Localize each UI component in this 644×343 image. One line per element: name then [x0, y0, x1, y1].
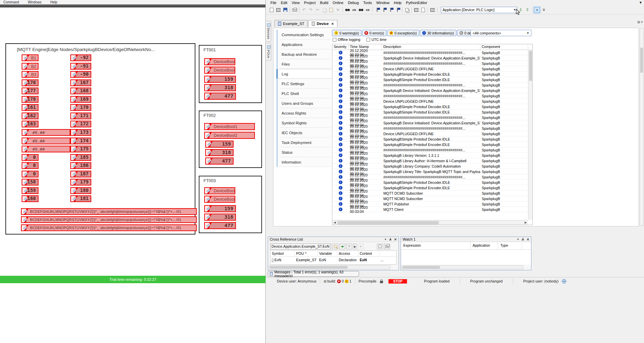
- open-file-icon[interactable]: [275, 7, 282, 13]
- scroll-left-icon[interactable]: ◀: [332, 221, 337, 224]
- redo-icon[interactable]: ↷: [308, 7, 314, 13]
- watch-column-expression[interactable]: Expression: [401, 242, 471, 249]
- menu-item-help[interactable]: Help: [394, 1, 402, 5]
- active-application-select[interactable]: Application [Device: PLC Logic]▼: [441, 7, 517, 13]
- menu-item-window[interactable]: Window: [376, 1, 389, 5]
- pin-icon[interactable]: [521, 238, 524, 241]
- new-file-icon[interactable]: [268, 7, 275, 13]
- logout-icon[interactable]: ⇧: [524, 7, 531, 13]
- component-filter-select[interactable]: <All components>▼: [471, 30, 531, 36]
- sidebar-item-applications[interactable]: Applications: [277, 40, 331, 49]
- menu-item-debug[interactable]: Debug: [348, 1, 359, 5]
- menu-item-file[interactable]: File: [270, 1, 277, 5]
- sidebar-item-files[interactable]: Files: [277, 59, 331, 69]
- menu-item-edit[interactable]: Edit: [281, 1, 287, 5]
- log-vertical-scrollbar[interactable]: [528, 50, 532, 220]
- crl-column-access[interactable]: Access: [337, 251, 358, 256]
- scroll-right-icon[interactable]: ▶: [523, 221, 528, 224]
- chevron-down-icon[interactable]: ▾: [517, 238, 519, 241]
- tab-example_st[interactable]: Example_ST: [275, 20, 308, 27]
- cross-reference-search-input[interactable]: Device.Application.Example_ST.EoN: [270, 244, 331, 249]
- cut-icon[interactable]: ✂: [314, 7, 321, 13]
- start-icon[interactable]: ▪: [534, 7, 540, 13]
- sidebar-item-access-rights[interactable]: Access Rights: [277, 108, 331, 118]
- menu-item-tools[interactable]: Tools: [363, 1, 372, 5]
- search-icon[interactable]: [332, 244, 338, 249]
- filter-warning-button[interactable]: !0 warning(s): [332, 30, 361, 36]
- filter-icon[interactable]: Y: [346, 244, 352, 249]
- find-in-files-icon[interactable]: [358, 7, 364, 13]
- editor-vertical-scrollbar[interactable]: [640, 28, 644, 226]
- bookmark-next-icon[interactable]: [387, 7, 394, 13]
- watch-column-type[interactable]: Type: [498, 242, 522, 249]
- close-icon[interactable]: ✕: [527, 238, 529, 241]
- bookmark-clear-icon[interactable]: [394, 7, 401, 13]
- log-column-description[interactable]: Description: [382, 44, 480, 50]
- print-icon[interactable]: [291, 7, 298, 13]
- menu-item-pythoneditor[interactable]: PythonEditor: [406, 1, 427, 5]
- sidebar-item-status[interactable]: Status: [277, 147, 331, 157]
- table-dropdown-icon[interactable]: [413, 7, 420, 13]
- replace-icon[interactable]: AB: [351, 7, 357, 13]
- menu-item-help[interactable]: Help: [50, 0, 57, 4]
- checkbox-utc-time[interactable]: UTC time: [366, 38, 386, 42]
- crl-column-variable[interactable]: Variable: [318, 251, 337, 256]
- bookmark-toggle-icon[interactable]: [374, 7, 380, 13]
- copy-icon[interactable]: [321, 7, 328, 13]
- undo-icon[interactable]: ↶: [301, 7, 307, 13]
- tree-collapse-icon[interactable]: -: [272, 259, 273, 262]
- menu-icon[interactable]: ≡: [541, 7, 547, 13]
- dock-tab-pous[interactable]: POUs: [266, 43, 271, 60]
- log-column-component[interactable]: Component: [480, 44, 528, 50]
- tabbar-scroll-icons[interactable]: ▤▾: [637, 20, 643, 24]
- filter-expand-icon[interactable]: ▸: [353, 244, 357, 249]
- tab-device[interactable]: Device✕: [308, 20, 337, 27]
- sidebar-item-log[interactable]: Log: [277, 69, 333, 79]
- sidebar-item-communication-settings[interactable]: Communication Settings: [277, 30, 331, 40]
- sidebar-item-backup-and-restore[interactable]: Backup and Restore: [277, 49, 331, 59]
- menu-item-windows[interactable]: Windows: [28, 0, 42, 4]
- close-icon[interactable]: ✕: [331, 22, 334, 26]
- paste-icon[interactable]: [328, 7, 334, 13]
- toolbar-overflow-icon[interactable]: ▼: [639, 1, 642, 4]
- save-icon[interactable]: [282, 7, 288, 13]
- checkbox-offline-logging[interactable]: Offline logging: [333, 38, 360, 42]
- cross-reference-row[interactable]: -EoNExample_STEoNDeclarationEoN...: [270, 257, 396, 263]
- sidebar-item-symbol-rights[interactable]: Symbol Rights: [277, 118, 331, 128]
- menu-item-project[interactable]: Project: [304, 1, 315, 5]
- menu-item-build[interactable]: Build: [320, 1, 328, 5]
- close-icon[interactable]: ✕: [394, 238, 397, 241]
- add-icon[interactable]: +: [358, 244, 364, 249]
- chevron-down-icon[interactable]: ▾: [641, 20, 643, 24]
- filter-exception-button[interactable]: E0 exception(s): [387, 30, 419, 36]
- crl-column-symbol[interactable]: Symbol: [270, 251, 295, 256]
- sidebar-item-iec-objects[interactable]: IEC Objects: [277, 128, 331, 138]
- log-row[interactable]: i20.12.2020 00:33:04MQTT ClientSparkplug…: [332, 207, 532, 212]
- find-icon[interactable]: [344, 7, 351, 13]
- send-to-editor-icon[interactable]: [377, 244, 383, 249]
- copy-all-icon[interactable]: [404, 7, 410, 13]
- messages-bar[interactable]: Messages - Total 1 error(s), 1 warning(s…: [268, 271, 359, 277]
- watch-table-body[interactable]: [401, 250, 531, 265]
- watch-column-application[interactable]: Application: [471, 242, 498, 249]
- log-column-severity[interactable]: Severity: [332, 44, 349, 50]
- filter-information-button[interactable]: i30 information(s): [420, 30, 456, 36]
- go-icon[interactable]: ➜: [339, 244, 345, 249]
- bookmark-prev-icon[interactable]: [381, 7, 387, 13]
- menu-item-command[interactable]: Command: [3, 0, 19, 4]
- delete-icon[interactable]: ✕: [335, 7, 341, 13]
- pin-icon[interactable]: [389, 238, 392, 241]
- sidebar-item-users-and-groups[interactable]: Users and Groups: [277, 98, 331, 108]
- dock-tab-devices[interactable]: Devices: [266, 21, 271, 42]
- new-object-icon[interactable]: [420, 7, 426, 13]
- chevron-down-icon[interactable]: ▾: [385, 238, 386, 241]
- log-horizontal-scrollbar[interactable]: ◀▶: [332, 220, 528, 225]
- build-icon[interactable]: [429, 7, 436, 13]
- tab-list-icon[interactable]: ▤: [637, 20, 640, 24]
- sidebar-item-plc-settings[interactable]: PLC Settings: [277, 79, 331, 89]
- replace-in-files-icon[interactable]: AB: [364, 7, 371, 13]
- print-icon[interactable]: [384, 244, 390, 249]
- sidebar-item-task-deployment[interactable]: Task Deployment: [277, 138, 331, 147]
- filter-error-button[interactable]: ✕0 error(s): [362, 30, 386, 36]
- sidebar-item-information[interactable]: Information: [277, 157, 331, 167]
